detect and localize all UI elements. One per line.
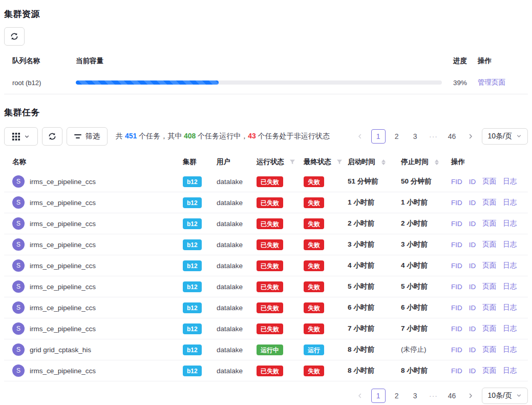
id-link[interactable]: ID [469,283,476,291]
page-link[interactable]: 页面 [482,177,496,186]
stop-time: 6 小时前 [397,303,447,312]
user-name: datalake [216,325,252,333]
user-name: datalake [216,367,252,375]
id-link[interactable]: ID [469,199,476,207]
user-name: datalake [216,199,252,207]
id-link[interactable]: ID [469,178,476,186]
stop-time-sorter-icon[interactable] [435,159,439,165]
page-link[interactable]: 页面 [482,324,496,333]
log-link[interactable]: 日志 [503,219,517,228]
fid-link[interactable]: FID [451,325,462,333]
fid-link[interactable]: FID [451,346,462,354]
user-name: datalake [216,346,252,354]
task-name: irms_ce_pipeline_ccs [30,178,96,186]
start-time: 5 小时前 [344,282,397,291]
cluster-tag: b12 [183,366,202,376]
fid-link[interactable]: FID [451,283,462,291]
col-operations: 操作 [478,56,528,66]
row-operations: FIDID页面日志 [447,345,528,354]
final-status-tag: 失败 [304,323,324,334]
fid-link[interactable]: FID [451,199,462,207]
pagination-page-46[interactable]: 46 [445,389,459,403]
avatar: S [12,301,25,314]
column-settings-dropdown[interactable] [4,127,38,146]
pagination-ellipsis[interactable]: ··· [427,389,441,403]
page-link[interactable]: 页面 [482,198,496,207]
page-link[interactable]: 页面 [482,240,496,249]
page-link[interactable]: 页面 [482,366,496,375]
page-size-select[interactable]: 10条/页 [482,128,528,145]
id-link[interactable]: ID [469,346,476,354]
pagination-page-1[interactable]: 1 [371,389,386,403]
log-link[interactable]: 日志 [503,282,517,291]
pagination-prev-button[interactable] [353,129,367,144]
log-link[interactable]: 日志 [503,366,517,375]
resources-refresh-button[interactable] [4,27,25,46]
pagination-next-button[interactable] [463,389,478,403]
fid-link[interactable]: FID [451,220,462,228]
page-link[interactable]: 页面 [482,345,496,354]
filter-button[interactable]: 筛选 [67,127,108,146]
running-tasks-count: 408 [184,132,196,140]
refresh-icon [48,132,56,140]
log-link[interactable]: 日志 [503,345,517,354]
page-size-label: 10条/页 [488,132,512,141]
page-size-select[interactable]: 10条/页 [482,388,528,404]
total-tasks-count: 451 [125,132,137,140]
pagination-page-2[interactable]: 2 [390,129,404,144]
tasks-refresh-button[interactable] [42,127,62,146]
id-link[interactable]: ID [469,220,476,228]
pagination-page-3[interactable]: 3 [408,129,422,144]
page-link[interactable]: 页面 [482,219,496,228]
final-status-filter-icon[interactable] [336,159,343,165]
pagination-page-1[interactable]: 1 [371,129,386,144]
fid-link[interactable]: FID [451,367,462,375]
page-link[interactable]: 页面 [482,282,496,291]
page-link[interactable]: 页面 [482,303,496,312]
log-link[interactable]: 日志 [503,198,517,207]
id-link[interactable]: ID [469,241,476,249]
fid-link[interactable]: FID [451,304,462,312]
log-link[interactable]: 日志 [503,240,517,249]
id-link[interactable]: ID [469,262,476,270]
cluster-tag: b12 [183,345,202,355]
pagination-ellipsis[interactable]: ··· [427,129,441,144]
row-operations: FIDID页面日志 [447,282,528,291]
filter-icon [74,134,81,138]
avatar: S [12,343,25,356]
log-link[interactable]: 日志 [503,177,517,186]
id-link[interactable]: ID [469,304,476,312]
col-operations: 操作 [447,157,528,167]
final-status-tag: 失败 [304,197,324,208]
manage-page-link[interactable]: 管理页面 [478,78,505,86]
avatar: S [12,259,25,272]
run-status-tag: 已失败 [257,239,283,250]
chevron-down-icon [516,392,522,400]
log-link[interactable]: 日志 [503,261,517,270]
pagination-bottom-wrap: 123···4610条/页 [4,388,528,405]
table-row: S irms_ce_pipeline_ccs b12 datalake 已失败 … [4,171,528,192]
pagination-prev-button[interactable] [353,389,367,403]
col-start-time: 启动时间 [344,157,397,167]
run-status-filter-icon[interactable] [289,159,295,165]
pagination-next-button[interactable] [463,129,478,144]
log-link[interactable]: 日志 [503,324,517,333]
pagination-page-2[interactable]: 2 [390,389,404,403]
page-link[interactable]: 页面 [482,261,496,270]
cluster-resources-title: 集群资源 [4,0,528,20]
start-time-sorter-icon[interactable] [381,159,386,165]
cluster-tag: b12 [183,260,202,271]
tasks-toolbar: 筛选 共 451 个任务，其中 408 个任务运行中，43 个任务处于非运行状态… [4,127,528,146]
id-link[interactable]: ID [469,325,476,333]
pagination-page-46[interactable]: 46 [445,129,459,144]
cluster-tag: b12 [183,302,202,313]
log-link[interactable]: 日志 [503,303,517,312]
page: 集群资源 队列名称 当前容量 进度 操作 root (b12) [0,0,532,405]
final-status-tag: 运行 [304,345,324,355]
fid-link[interactable]: FID [451,178,462,186]
pagination-bottom: 123···4610条/页 [353,388,528,404]
fid-link[interactable]: FID [451,241,462,249]
fid-link[interactable]: FID [451,262,462,270]
pagination-page-3[interactable]: 3 [408,389,422,403]
id-link[interactable]: ID [469,367,476,375]
